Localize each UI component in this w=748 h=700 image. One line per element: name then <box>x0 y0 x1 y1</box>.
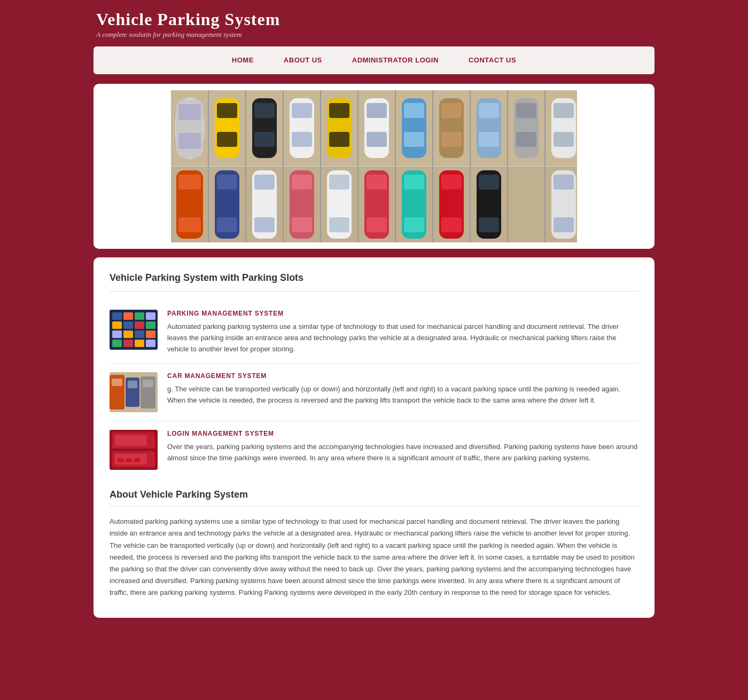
svg-rect-33 <box>254 132 275 147</box>
svg-rect-51 <box>479 132 499 147</box>
svg-rect-44 <box>404 103 424 118</box>
nav-contact[interactable]: CONTACT US <box>454 46 531 74</box>
svg-rect-29 <box>217 103 237 118</box>
svg-rect-96 <box>146 321 155 329</box>
feature-item-login: LOGIN MANAGEMENT SYSTEM Over the years, … <box>110 421 638 478</box>
svg-rect-78 <box>404 217 424 232</box>
feature-content-car: CAR MANAGEMENT SYSTEM g. The vehicle can… <box>167 372 638 406</box>
svg-rect-84 <box>479 217 499 232</box>
svg-rect-91 <box>135 312 144 320</box>
svg-rect-81 <box>441 217 462 232</box>
about-divider <box>110 506 638 506</box>
svg-rect-48 <box>441 132 462 147</box>
svg-rect-39 <box>329 132 349 147</box>
feature-image-parking <box>110 310 158 350</box>
feature-title-parking: PARKING MANAGEMENT SYSTEM <box>167 310 638 317</box>
svg-rect-57 <box>554 132 574 147</box>
svg-rect-68 <box>292 175 312 190</box>
svg-rect-99 <box>135 331 144 338</box>
feature-text-car: g. The vehicle can be transported vertic… <box>167 384 638 406</box>
nav-home[interactable]: HOME <box>217 46 269 74</box>
svg-rect-30 <box>217 132 237 147</box>
feature-image-login <box>110 430 158 470</box>
svg-rect-102 <box>123 340 133 347</box>
svg-rect-62 <box>217 175 237 190</box>
svg-rect-36 <box>292 132 312 147</box>
svg-rect-80 <box>441 175 462 190</box>
svg-rect-35 <box>292 103 312 118</box>
svg-rect-65 <box>254 175 275 190</box>
svg-rect-74 <box>367 175 387 190</box>
svg-rect-41 <box>367 103 387 118</box>
feature-list: PARKING MANAGEMENT SYSTEM Automated park… <box>110 301 638 478</box>
site-subtitle: A complete soulutin for parking manageme… <box>96 30 732 39</box>
svg-rect-110 <box>128 381 137 388</box>
svg-rect-47 <box>441 103 462 118</box>
svg-rect-72 <box>329 217 349 232</box>
section-heading: Vehicle Parking System with Parking Slot… <box>110 272 638 284</box>
feature-content-login: LOGIN MANAGEMENT SYSTEM Over the years, … <box>167 430 638 464</box>
content-panel: Vehicle Parking System with Parking Slot… <box>94 257 654 618</box>
feature-item-parking: PARKING MANAGEMENT SYSTEM Automated park… <box>110 301 638 364</box>
svg-rect-60 <box>178 217 201 232</box>
feature-title-car: CAR MANAGEMENT SYSTEM <box>167 372 638 380</box>
svg-rect-69 <box>292 217 312 232</box>
svg-rect-26 <box>178 104 201 120</box>
svg-rect-101 <box>112 340 122 347</box>
svg-rect-75 <box>367 217 387 232</box>
feature-text-parking: Automated parking parking systems use a … <box>167 321 638 355</box>
svg-rect-42 <box>367 132 387 147</box>
svg-rect-118 <box>126 458 132 462</box>
feature-content-parking: PARKING MANAGEMENT SYSTEM Automated park… <box>167 310 638 355</box>
feature-item-car: CAR MANAGEMENT SYSTEM g. The vehicle can… <box>110 364 638 421</box>
hero-container <box>94 84 654 249</box>
svg-rect-50 <box>479 103 499 118</box>
svg-rect-71 <box>329 175 349 190</box>
svg-rect-45 <box>404 132 424 147</box>
svg-rect-109 <box>112 379 122 386</box>
svg-rect-27 <box>178 133 201 149</box>
svg-rect-117 <box>118 458 124 462</box>
svg-rect-56 <box>554 103 574 118</box>
svg-rect-32 <box>254 103 275 118</box>
svg-rect-87 <box>554 217 574 232</box>
svg-rect-59 <box>178 175 201 190</box>
svg-rect-38 <box>329 103 349 118</box>
svg-rect-111 <box>143 380 153 387</box>
about-title: About Vehicle Parking System <box>110 489 638 500</box>
feature-title-login: LOGIN MANAGEMENT SYSTEM <box>167 430 638 437</box>
svg-rect-86 <box>554 175 574 190</box>
svg-rect-100 <box>146 331 155 338</box>
svg-rect-119 <box>134 458 140 462</box>
svg-rect-83 <box>479 175 499 190</box>
svg-rect-66 <box>254 217 275 232</box>
svg-rect-98 <box>123 331 133 338</box>
svg-rect-54 <box>516 132 536 147</box>
svg-rect-104 <box>146 340 155 347</box>
feature-text-login: Over the years, parking parking systems … <box>167 442 638 464</box>
svg-rect-97 <box>112 331 122 338</box>
parking-lot-svg <box>100 90 648 242</box>
section-divider <box>110 291 638 292</box>
svg-rect-94 <box>123 321 133 329</box>
hero-image <box>100 90 648 242</box>
feature-image-car <box>110 372 158 412</box>
svg-rect-92 <box>146 312 155 320</box>
svg-rect-103 <box>135 340 144 347</box>
about-section: About Vehicle Parking System Automated p… <box>110 489 638 599</box>
svg-rect-90 <box>123 312 133 320</box>
svg-rect-93 <box>112 321 122 329</box>
svg-rect-89 <box>112 312 122 320</box>
main-wrapper: Vehicle Parking System with Parking Slot… <box>94 84 654 618</box>
site-title: Vehicle Parking System <box>96 10 732 29</box>
nav-about[interactable]: ABOUT US <box>269 46 337 74</box>
svg-rect-77 <box>404 175 424 190</box>
nav-admin[interactable]: ADMINISTRATOR LOGIN <box>337 46 454 74</box>
site-header: Vehicle Parking System A complete soulut… <box>0 0 748 46</box>
navigation: HOME ABOUT US ADMINISTRATOR LOGIN CONTAC… <box>94 46 654 74</box>
svg-rect-63 <box>217 217 237 232</box>
about-text: Automated parking parking systems use a … <box>110 516 638 599</box>
svg-rect-53 <box>516 103 536 118</box>
svg-rect-115 <box>115 435 147 446</box>
svg-rect-95 <box>135 321 144 329</box>
